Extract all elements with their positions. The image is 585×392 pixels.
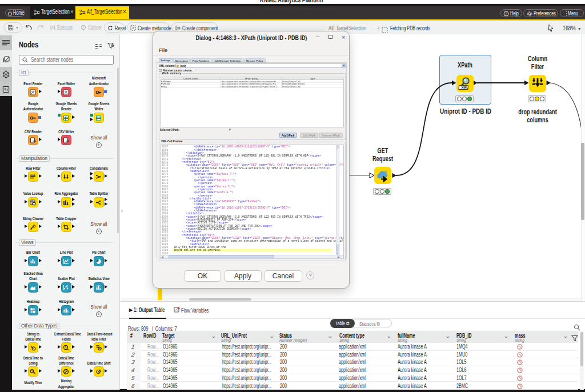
svg-text:?: ?	[505, 12, 507, 15]
svg-text:XML: XML	[461, 86, 468, 89]
